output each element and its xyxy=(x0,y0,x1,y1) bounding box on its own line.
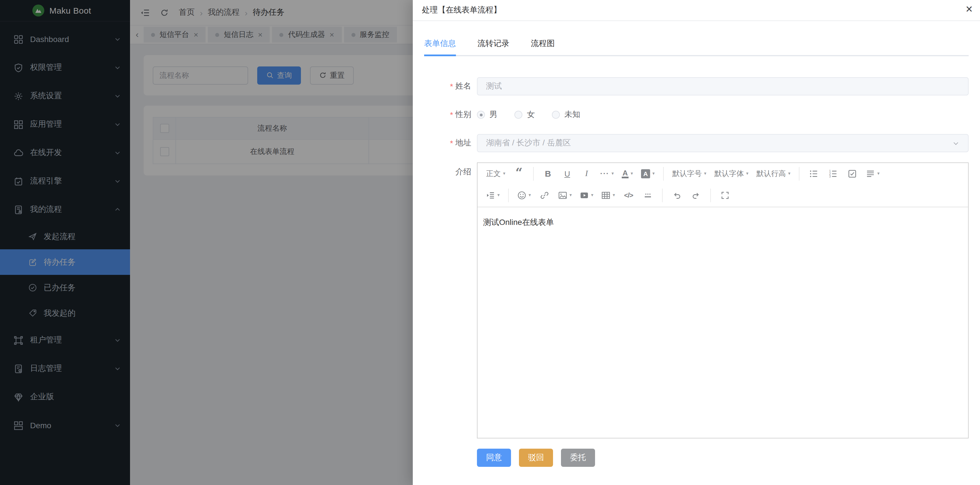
tab-form-info[interactable]: 表单信息 xyxy=(424,32,456,55)
radio-icon xyxy=(552,111,560,119)
address-select[interactable]: 湖南省 / 长沙市 / 岳麓区 xyxy=(477,134,969,152)
quote-icon: “ xyxy=(515,170,522,178)
gender-radio-group: 男 女 未知 xyxy=(477,106,969,124)
editor-toolbar: 正文 ▾ “ B xyxy=(477,163,968,207)
action-buttons: 同意 驳回 委托 xyxy=(477,448,969,467)
required-asterisk: * xyxy=(450,110,453,119)
link-button[interactable] xyxy=(538,188,551,203)
caret-down-icon: ▾ xyxy=(877,171,880,176)
radio-female[interactable]: 女 xyxy=(514,110,535,120)
form-row-address: * 地址 湖南省 / 长沙市 / 岳麓区 xyxy=(424,134,969,152)
more-styles-dropdown[interactable]: ··· ▾ xyxy=(599,166,615,181)
divider-button[interactable] xyxy=(641,188,655,203)
drawer-tabs: 表单信息 流转记录 流程图 xyxy=(424,32,969,56)
drawer-body: 表单信息 流转记录 流程图 * 姓名 测试 * 性 xyxy=(413,32,980,467)
radio-checked-icon xyxy=(477,111,485,119)
svg-text:3: 3 xyxy=(829,175,831,178)
caret-down-icon: ▾ xyxy=(788,171,791,176)
radio-unknown[interactable]: 未知 xyxy=(552,110,580,120)
name-label: * 姓名 xyxy=(424,77,477,95)
drawer-title: 处理【在线表单流程】 xyxy=(422,5,501,15)
blockquote-button[interactable]: “ xyxy=(512,166,526,181)
rich-text-editor: 正文 ▾ “ B xyxy=(477,162,969,439)
image-dropdown[interactable]: ▾ xyxy=(557,188,573,203)
caret-down-icon: ▾ xyxy=(630,171,633,176)
form-row-gender: * 性别 男 女 未知 xyxy=(424,106,969,124)
indent-dropdown[interactable]: ▾ xyxy=(485,188,501,203)
caret-down-icon: ▾ xyxy=(570,193,572,198)
paragraph-style-dropdown[interactable]: 正文 ▾ xyxy=(485,166,506,181)
emoji-dropdown[interactable]: ▾ xyxy=(516,188,532,203)
gender-label: * 性别 xyxy=(424,106,477,124)
intro-label: 介绍 xyxy=(424,162,477,181)
underline-button[interactable]: U xyxy=(560,166,574,181)
bullet-list-button[interactable] xyxy=(807,166,821,181)
name-field[interactable]: 测试 xyxy=(477,77,969,95)
process-drawer: 处理【在线表单流程】 × 表单信息 流转记录 流程图 * 姓名 测试 xyxy=(413,0,980,485)
caret-down-icon: ▾ xyxy=(612,193,615,198)
line-height-dropdown[interactable]: 默认行高 ▾ xyxy=(755,166,792,181)
caret-down-icon: ▾ xyxy=(497,193,500,198)
caret-down-icon: ▾ xyxy=(611,171,614,176)
toolbar-divider xyxy=(663,167,664,180)
bg-color-icon: A xyxy=(641,169,650,178)
tab-flow-diagram[interactable]: 流程图 xyxy=(531,32,555,55)
form-row-actions: 同意 驳回 委托 xyxy=(424,448,969,467)
app-root: Maku Boot Dashboard 权限管理 系统设置 应用管理 xyxy=(0,0,980,485)
caret-down-icon: ▾ xyxy=(746,171,748,176)
toolbar-divider xyxy=(662,189,663,202)
toolbar-divider xyxy=(799,167,799,180)
bg-color-dropdown[interactable]: A ▾ xyxy=(640,166,656,181)
caret-down-icon: ▾ xyxy=(503,171,505,176)
delegate-button[interactable]: 委托 xyxy=(561,448,595,467)
todo-list-button[interactable] xyxy=(845,166,859,181)
font-color-dropdown[interactable]: A ▾ xyxy=(620,166,634,181)
toolbar-divider xyxy=(710,189,711,202)
editor-content[interactable]: 测试Online在线表单 xyxy=(477,207,968,438)
radio-male[interactable]: 男 xyxy=(477,110,497,120)
required-asterisk: * xyxy=(450,82,453,91)
chevron-down-icon xyxy=(952,140,959,147)
editor-paragraph: 测试Online在线表单 xyxy=(483,216,963,228)
tab-flow-records[interactable]: 流转记录 xyxy=(477,32,509,55)
toolbar-divider xyxy=(533,167,534,180)
reject-button[interactable]: 驳回 xyxy=(519,448,553,467)
fullscreen-button[interactable] xyxy=(718,188,732,203)
undo-button[interactable] xyxy=(670,188,684,203)
radio-icon xyxy=(514,111,522,119)
address-label: * 地址 xyxy=(424,134,477,152)
ordered-list-button[interactable]: 123 xyxy=(826,166,840,181)
caret-down-icon: ▾ xyxy=(704,171,706,176)
align-dropdown[interactable]: ▾ xyxy=(865,166,881,181)
form-row-intro: 介绍 正文 ▾ “ xyxy=(424,162,969,439)
drawer-form: * 姓名 测试 * 性别 男 xyxy=(424,77,969,467)
font-color-icon: A xyxy=(622,169,628,178)
caret-down-icon: ▾ xyxy=(528,193,531,198)
font-size-dropdown[interactable]: 默认字号 ▾ xyxy=(671,166,708,181)
caret-down-icon: ▾ xyxy=(652,171,655,176)
caret-down-icon: ▾ xyxy=(591,193,593,198)
table-dropdown[interactable]: ▾ xyxy=(600,188,616,203)
video-dropdown[interactable]: ▾ xyxy=(579,188,595,203)
drawer-header: 处理【在线表单流程】 × xyxy=(413,0,980,21)
bold-button[interactable]: B xyxy=(541,166,555,181)
code-block-button[interactable]: </> xyxy=(622,188,635,203)
italic-button[interactable]: I xyxy=(580,166,593,181)
required-asterisk: * xyxy=(450,138,453,148)
redo-button[interactable] xyxy=(689,188,703,203)
font-family-dropdown[interactable]: 默认字体 ▾ xyxy=(713,166,749,181)
approve-button[interactable]: 同意 xyxy=(477,448,511,467)
form-row-name: * 姓名 测试 xyxy=(424,77,969,95)
close-icon[interactable]: × xyxy=(966,3,973,15)
toolbar-divider xyxy=(508,189,509,202)
